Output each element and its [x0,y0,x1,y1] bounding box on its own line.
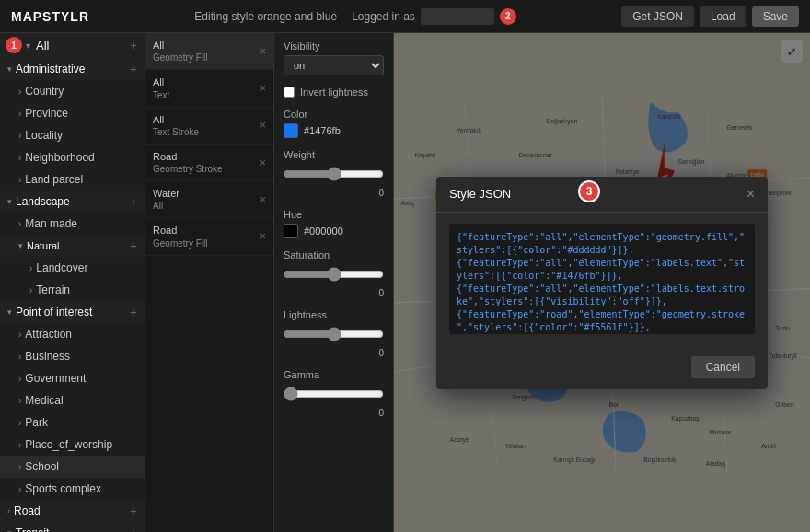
main-content: 1 ▾ All + ▾ Administrative + › Country +… [0,33,810,532]
sidebar-item-province[interactable]: › Province + [0,102,145,124]
sidebar-item-place-of-worship[interactable]: › Place_of_worship + [0,434,145,456]
user-badge: 2 [500,8,516,25]
sidebar-group-natural[interactable]: ▾ Natural + [0,235,145,257]
hue-control: Hue #000000 [284,209,384,238]
style-row-1[interactable]: All Text × [145,70,273,107]
all-label: All [36,39,49,52]
style-row-close-0[interactable]: × [260,45,266,58]
badge-1: 1 [6,37,22,53]
style-controls: Visibility on off simplified Invert ligh… [274,33,394,532]
sidebar-group-road[interactable]: › Road + [0,500,145,522]
gamma-control: Gamma 0 [284,369,384,418]
sidebar-group-transit[interactable]: ▾ Transit + [0,522,145,532]
sidebar-group-poi[interactable]: ▾ Point of interest + [0,301,145,323]
lightness-slider[interactable] [284,328,384,341]
load-button[interactable]: Load [700,6,746,27]
sidebar-group-landscape[interactable]: ▾ Landscape + [0,191,145,213]
topbar: MAPSTYLR Editing style orange and blue L… [0,0,810,33]
style-row-close-1[interactable]: × [260,82,266,95]
visibility-label: Visibility [284,40,384,52]
style-row-0[interactable]: All Geometry Fill × [145,33,273,70]
invert-lightness-label: Invert lightness [300,87,368,98]
gamma-label: Gamma [284,369,384,380]
modal-footer: Cancel [436,349,768,389]
style-panel: All Geometry Fill × All Text × All Text … [145,33,274,532]
sidebar-item-attraction[interactable]: › Attraction + [0,323,145,345]
modal-header: Style JSON × [436,177,768,213]
logged-in-label: Logged in as [352,10,415,23]
color-swatch[interactable] [284,123,298,138]
style-row-close-4[interactable]: × [260,193,266,206]
sidebar-item-locality[interactable]: › Locality + [0,124,145,146]
color-control: Color #1476fb [284,109,384,138]
save-button[interactable]: Save [752,6,799,27]
weight-control: Weight 0 [284,149,384,198]
sidebar-item-country[interactable]: › Country + [0,80,145,102]
sidebar: 1 ▾ All + ▾ Administrative + › Country +… [0,33,145,532]
saturation-control: Saturation 0 [284,249,384,298]
get-json-button[interactable]: Get JSON [621,6,694,27]
cancel-button[interactable]: Cancel [691,356,755,378]
gamma-value: 0 [284,408,384,418]
invert-lightness-control: Invert lightness [284,87,384,98]
all-chevron: ▾ [26,40,30,51]
sidebar-item-business[interactable]: › Business + [0,345,145,367]
saturation-value: 0 [284,288,384,298]
administrative-add[interactable]: + [130,62,137,76]
administrative-label: Administrative [16,63,85,75]
style-row-5[interactable]: Road Geometry Fill × [145,218,273,255]
user-name-block [421,8,494,25]
topbar-buttons: Get JSON Load Save [621,6,799,27]
map-area[interactable]: D850 D850 D850 D765 D025 Kirşehir Yenifa… [394,33,810,532]
sidebar-item-man-made[interactable]: › Man made + [0,213,145,235]
saturation-slider[interactable] [284,268,384,281]
weight-label: Weight [284,149,384,160]
sidebar-item-neighborhood[interactable]: › Neighborhood + [0,146,145,168]
sidebar-item-land-parcel[interactable]: › Land parcel + [0,168,145,191]
hue-value: #000000 [304,226,343,237]
color-value: #1476fb [304,125,341,136]
style-row-3[interactable]: Road Geometry Stroke × [145,145,273,181]
sidebar-item-park[interactable]: › Park + [0,411,145,434]
sidebar-item-all[interactable]: 1 ▾ All + [0,33,145,58]
sidebar-item-government[interactable]: › Government + [0,367,145,389]
modal-title: Style JSON [449,187,511,201]
all-add-icon[interactable]: + [130,39,137,52]
style-row-2[interactable]: All Text Stroke × [145,108,273,145]
style-row-close-5[interactable]: × [260,230,266,243]
modal-close-button[interactable]: × [746,186,755,202]
hue-label: Hue [284,209,384,220]
lightness-control: Lightness 0 [284,309,384,358]
administrative-chevron: ▾ [7,64,12,74]
sidebar-group-administrative[interactable]: ▾ Administrative + [0,58,145,80]
app-logo: MAPSTYLR [11,9,89,24]
json-textarea[interactable]: {"featureType":"all","elementType":"geom… [449,224,755,334]
sidebar-item-landcover[interactable]: › Landcover + [0,257,145,279]
sidebar-item-school[interactable]: › School + [0,456,145,478]
sidebar-item-sports-complex[interactable]: › Sports complex + [0,478,145,500]
editing-label: Editing style orange and blue [194,10,337,23]
style-json-modal: Style JSON × {"featureType":"all","eleme… [436,177,768,389]
visibility-control: Visibility on off simplified [284,40,384,75]
invert-lightness-checkbox[interactable] [284,87,295,98]
modal-overlay: 3 Style JSON × {"featureType":"all","ele… [394,33,810,532]
weight-slider[interactable] [284,168,384,180]
lightness-value: 0 [284,348,384,358]
style-row-close-2[interactable]: × [260,119,266,132]
hue-swatch[interactable] [284,224,298,238]
color-label: Color [284,109,384,120]
gamma-slider[interactable] [284,387,384,400]
editing-info: Editing style orange and blue Logged in … [194,8,516,25]
lightness-label: Lightness [284,309,384,320]
sidebar-item-terrain[interactable]: › Terrain + [0,279,145,301]
landscape-label: Landscape [16,195,70,208]
logged-in-area: Logged in as 2 [352,8,516,25]
landscape-chevron: ▾ [7,197,12,206]
style-row-4[interactable]: Water All × [145,181,273,218]
style-row-close-3[interactable]: × [260,156,266,169]
sidebar-item-medical[interactable]: › Medical + [0,389,145,411]
visibility-select[interactable]: on off simplified [284,55,384,75]
landscape-add[interactable]: + [130,194,137,209]
modal-body: {"featureType":"all","elementType":"geom… [436,213,768,349]
saturation-label: Saturation [284,249,384,260]
